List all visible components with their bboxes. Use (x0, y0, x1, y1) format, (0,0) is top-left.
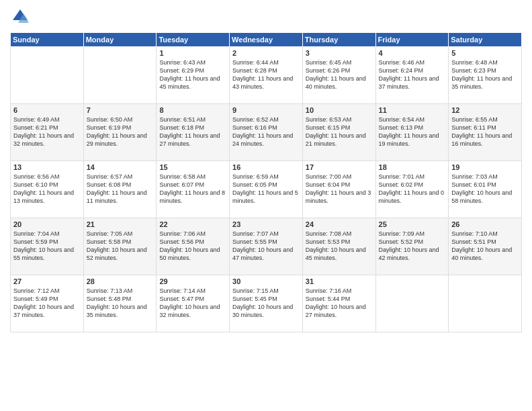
cell-info: Sunrise: 7:04 AM Sunset: 5:59 PM Dayligh… (13, 230, 81, 263)
calendar-cell (449, 275, 522, 332)
page: SundayMondayTuesdayWednesdayThursdayFrid… (0, 0, 532, 411)
calendar-cell (83, 47, 157, 104)
cell-info: Sunrise: 6:45 AM Sunset: 6:26 PM Dayligh… (306, 58, 373, 91)
calendar-cell: 4Sunrise: 6:46 AM Sunset: 6:24 PM Daylig… (375, 47, 449, 104)
calendar-day-header: Friday (375, 33, 449, 47)
cell-info: Sunrise: 6:57 AM Sunset: 6:08 PM Dayligh… (87, 173, 154, 205)
day-number: 15 (159, 163, 226, 171)
cell-info: Sunrise: 6:54 AM Sunset: 6:13 PM Dayligh… (379, 116, 446, 148)
calendar-cell: 25Sunrise: 7:09 AM Sunset: 5:52 PM Dayli… (375, 218, 449, 275)
calendar-cell: 31Sunrise: 7:16 AM Sunset: 5:44 PM Dayli… (302, 275, 375, 332)
day-number: 23 (232, 220, 300, 228)
calendar-cell: 1Sunrise: 6:43 AM Sunset: 6:29 PM Daylig… (157, 47, 230, 104)
calendar-cell: 8Sunrise: 6:51 AM Sunset: 6:18 PM Daylig… (157, 104, 230, 161)
calendar-cell: 14Sunrise: 6:57 AM Sunset: 6:08 PM Dayli… (83, 161, 157, 218)
day-number: 17 (306, 163, 373, 171)
cell-info: Sunrise: 7:01 AM Sunset: 6:02 PM Dayligh… (379, 173, 446, 205)
day-number: 30 (232, 277, 300, 285)
calendar-cell: 30Sunrise: 7:15 AM Sunset: 5:45 PM Dayli… (230, 275, 303, 332)
cell-info: Sunrise: 7:05 AM Sunset: 5:58 PM Dayligh… (87, 230, 154, 263)
calendar-cell: 5Sunrise: 6:48 AM Sunset: 6:23 PM Daylig… (449, 47, 522, 104)
calendar-week-row: 6Sunrise: 6:49 AM Sunset: 6:21 PM Daylig… (11, 104, 522, 161)
cell-info: Sunrise: 7:07 AM Sunset: 5:55 PM Dayligh… (232, 230, 300, 263)
day-number: 27 (13, 277, 81, 285)
calendar-cell: 16Sunrise: 6:59 AM Sunset: 6:05 PM Dayli… (230, 161, 303, 218)
day-number: 29 (159, 277, 226, 285)
cell-info: Sunrise: 6:43 AM Sunset: 6:29 PM Dayligh… (159, 58, 226, 91)
cell-info: Sunrise: 6:59 AM Sunset: 6:05 PM Dayligh… (232, 173, 300, 205)
cell-info: Sunrise: 7:13 AM Sunset: 5:48 PM Dayligh… (87, 287, 154, 320)
day-number: 12 (451, 106, 519, 114)
day-number: 3 (306, 49, 373, 57)
calendar-day-header: Thursday (302, 33, 375, 47)
day-number: 14 (87, 163, 154, 171)
calendar-cell: 9Sunrise: 6:52 AM Sunset: 6:16 PM Daylig… (230, 104, 303, 161)
cell-info: Sunrise: 6:58 AM Sunset: 6:07 PM Dayligh… (159, 173, 226, 205)
day-number: 24 (306, 220, 373, 228)
calendar-cell: 15Sunrise: 6:58 AM Sunset: 6:07 PM Dayli… (157, 161, 230, 218)
calendar-cell: 24Sunrise: 7:08 AM Sunset: 5:53 PM Dayli… (302, 218, 375, 275)
header (10, 7, 522, 27)
day-number: 5 (451, 49, 519, 57)
day-number: 19 (451, 163, 519, 171)
calendar-cell: 7Sunrise: 6:50 AM Sunset: 6:19 PM Daylig… (83, 104, 157, 161)
cell-info: Sunrise: 7:08 AM Sunset: 5:53 PM Dayligh… (306, 230, 373, 263)
calendar-cell: 26Sunrise: 7:10 AM Sunset: 5:51 PM Dayli… (449, 218, 522, 275)
calendar-week-row: 27Sunrise: 7:12 AM Sunset: 5:49 PM Dayli… (11, 275, 522, 332)
cell-info: Sunrise: 6:48 AM Sunset: 6:23 PM Dayligh… (451, 58, 519, 91)
calendar-cell: 20Sunrise: 7:04 AM Sunset: 5:59 PM Dayli… (11, 218, 84, 275)
logo-icon (10, 7, 30, 27)
cell-info: Sunrise: 7:12 AM Sunset: 5:49 PM Dayligh… (13, 287, 81, 320)
day-number: 11 (379, 106, 446, 114)
calendar-cell: 11Sunrise: 6:54 AM Sunset: 6:13 PM Dayli… (375, 104, 449, 161)
calendar-cell: 18Sunrise: 7:01 AM Sunset: 6:02 PM Dayli… (375, 161, 449, 218)
calendar-cell: 23Sunrise: 7:07 AM Sunset: 5:55 PM Dayli… (230, 218, 303, 275)
cell-info: Sunrise: 6:55 AM Sunset: 6:11 PM Dayligh… (451, 116, 519, 148)
calendar-cell: 17Sunrise: 7:00 AM Sunset: 6:04 PM Dayli… (302, 161, 375, 218)
cell-info: Sunrise: 6:50 AM Sunset: 6:19 PM Dayligh… (87, 116, 154, 148)
calendar-cell: 29Sunrise: 7:14 AM Sunset: 5:47 PM Dayli… (157, 275, 230, 332)
calendar-cell (11, 47, 84, 104)
calendar-header-row: SundayMondayTuesdayWednesdayThursdayFrid… (11, 33, 522, 47)
calendar-week-row: 13Sunrise: 6:56 AM Sunset: 6:10 PM Dayli… (11, 161, 522, 218)
cell-info: Sunrise: 7:06 AM Sunset: 5:56 PM Dayligh… (159, 230, 226, 263)
day-number: 10 (306, 106, 373, 114)
calendar-cell: 27Sunrise: 7:12 AM Sunset: 5:49 PM Dayli… (11, 275, 84, 332)
cell-info: Sunrise: 6:56 AM Sunset: 6:10 PM Dayligh… (13, 173, 81, 205)
day-number: 16 (232, 163, 300, 171)
cell-info: Sunrise: 7:14 AM Sunset: 5:47 PM Dayligh… (159, 287, 226, 320)
day-number: 31 (306, 277, 373, 285)
calendar-day-header: Tuesday (157, 33, 230, 47)
day-number: 7 (87, 106, 154, 114)
calendar-day-header: Wednesday (230, 33, 303, 47)
day-number: 13 (13, 163, 81, 171)
cell-info: Sunrise: 6:44 AM Sunset: 6:28 PM Dayligh… (232, 58, 300, 91)
cell-info: Sunrise: 6:52 AM Sunset: 6:16 PM Dayligh… (232, 116, 300, 148)
calendar-cell: 3Sunrise: 6:45 AM Sunset: 6:26 PM Daylig… (302, 47, 375, 104)
day-number: 8 (159, 106, 226, 114)
calendar-cell: 2Sunrise: 6:44 AM Sunset: 6:28 PM Daylig… (230, 47, 303, 104)
cell-info: Sunrise: 7:10 AM Sunset: 5:51 PM Dayligh… (451, 230, 519, 263)
day-number: 28 (87, 277, 154, 285)
calendar-cell: 13Sunrise: 6:56 AM Sunset: 6:10 PM Dayli… (11, 161, 84, 218)
day-number: 2 (232, 49, 300, 57)
calendar-day-header: Saturday (449, 33, 522, 47)
cell-info: Sunrise: 7:00 AM Sunset: 6:04 PM Dayligh… (306, 173, 373, 205)
cell-info: Sunrise: 6:51 AM Sunset: 6:18 PM Dayligh… (159, 116, 226, 148)
day-number: 6 (13, 106, 81, 114)
calendar-cell: 21Sunrise: 7:05 AM Sunset: 5:58 PM Dayli… (83, 218, 157, 275)
cell-info: Sunrise: 6:49 AM Sunset: 6:21 PM Dayligh… (13, 116, 81, 148)
calendar-cell: 12Sunrise: 6:55 AM Sunset: 6:11 PM Dayli… (449, 104, 522, 161)
calendar-week-row: 20Sunrise: 7:04 AM Sunset: 5:59 PM Dayli… (11, 218, 522, 275)
day-number: 21 (87, 220, 154, 228)
day-number: 20 (13, 220, 81, 228)
calendar-cell (375, 275, 449, 332)
logo (10, 7, 33, 27)
day-number: 26 (451, 220, 519, 228)
day-number: 9 (232, 106, 300, 114)
cell-info: Sunrise: 7:03 AM Sunset: 6:01 PM Dayligh… (451, 173, 519, 205)
cell-info: Sunrise: 7:16 AM Sunset: 5:44 PM Dayligh… (306, 287, 373, 320)
day-number: 4 (379, 49, 446, 57)
calendar-day-header: Monday (83, 33, 157, 47)
day-number: 22 (159, 220, 226, 228)
